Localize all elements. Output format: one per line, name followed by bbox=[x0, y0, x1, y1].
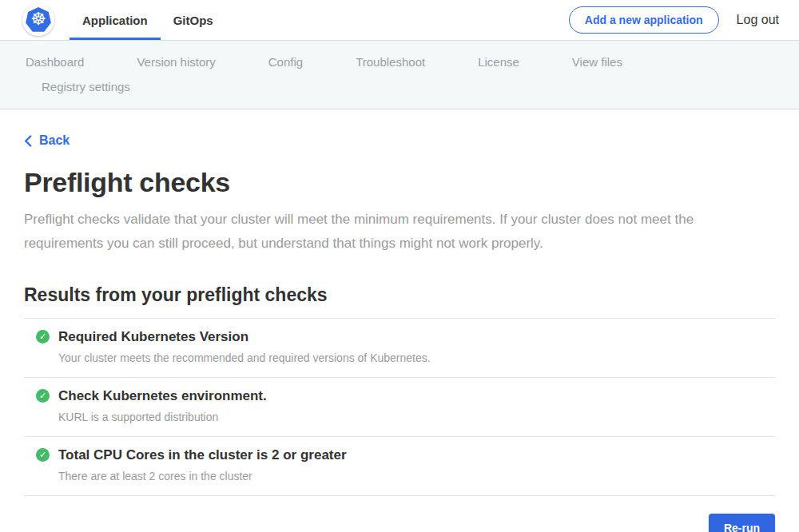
check-item-cpu-cores: ✓ Total CPU Cores in the cluster is 2 or… bbox=[24, 437, 775, 496]
subnav-item-config[interactable]: Config bbox=[268, 55, 303, 69]
check-description: KURL is a supported distribution bbox=[58, 411, 775, 423]
topnav-tabs: Application GitOps bbox=[70, 0, 226, 40]
check-circle-icon: ✓ bbox=[36, 389, 50, 403]
check-head: ✓ Required Kubernetes Version bbox=[36, 329, 775, 345]
back-chevron-icon bbox=[24, 135, 32, 147]
app-subnav: Dashboard Version history Config Trouble… bbox=[0, 41, 799, 109]
subnav-item-troubleshoot[interactable]: Troubleshoot bbox=[356, 55, 425, 69]
topnav-right: Add a new application Log out bbox=[569, 6, 779, 34]
subnav-row-2: Registry settings bbox=[0, 74, 799, 99]
subnav-item-license[interactable]: License bbox=[478, 55, 519, 69]
check-head: ✓ Check Kubernetes environment. bbox=[36, 388, 775, 404]
check-item-kubernetes-version: ✓ Required Kubernetes Version Your clust… bbox=[24, 319, 775, 378]
back-link-label: Back bbox=[39, 133, 70, 148]
subnav-item-registry-settings[interactable]: Registry settings bbox=[42, 80, 130, 93]
check-title: Total CPU Cores in the cluster is 2 or g… bbox=[58, 447, 347, 463]
check-title: Check Kubernetes environment. bbox=[58, 388, 267, 404]
rerun-button[interactable]: Re-run bbox=[709, 514, 775, 532]
page-description: Preflight checks validate that your clus… bbox=[24, 208, 753, 256]
kubernetes-logo[interactable]: ☸ bbox=[22, 4, 54, 36]
footer-actions: Re-run bbox=[24, 514, 775, 532]
add-application-button[interactable]: Add a new application bbox=[569, 6, 719, 34]
subnav-item-version-history[interactable]: Version history bbox=[137, 55, 215, 69]
logout-link[interactable]: Log out bbox=[737, 13, 779, 27]
tab-gitops[interactable]: GitOps bbox=[161, 0, 226, 40]
subnav-item-dashboard[interactable]: Dashboard bbox=[26, 55, 84, 69]
check-circle-icon: ✓ bbox=[36, 448, 50, 462]
tab-application[interactable]: Application bbox=[70, 0, 161, 40]
check-description: There are at least 2 cores in the cluste… bbox=[58, 470, 775, 482]
results-heading: Results from your preflight checks bbox=[24, 284, 775, 306]
top-navbar: ☸ Application GitOps Add a new applicati… bbox=[0, 0, 799, 41]
check-description: Your cluster meets the recommended and r… bbox=[58, 351, 775, 364]
back-link[interactable]: Back bbox=[24, 133, 70, 148]
page-title: Preflight checks bbox=[24, 167, 775, 198]
preflight-check-list: ✓ Required Kubernetes Version Your clust… bbox=[24, 318, 775, 496]
check-circle-icon: ✓ bbox=[36, 330, 50, 343]
check-title: Required Kubernetes Version bbox=[58, 329, 248, 345]
check-item-kubernetes-environment: ✓ Check Kubernetes environment. KURL is … bbox=[24, 378, 775, 437]
kubernetes-logo-icon: ☸ bbox=[26, 7, 52, 33]
main-content: Back Preflight checks Preflight checks v… bbox=[0, 109, 799, 532]
check-head: ✓ Total CPU Cores in the cluster is 2 or… bbox=[36, 447, 775, 463]
subnav-row-1: Dashboard Version history Config Trouble… bbox=[0, 50, 799, 74]
subnav-item-view-files[interactable]: View files bbox=[572, 55, 622, 69]
